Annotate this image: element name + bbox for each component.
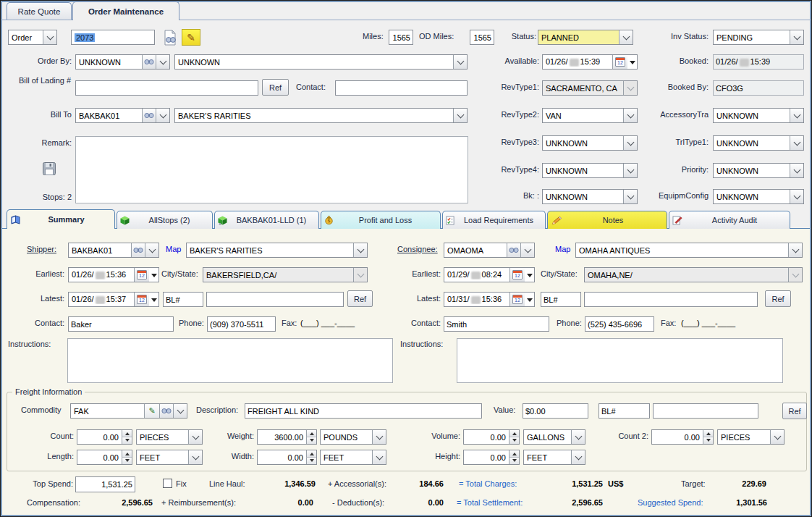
consignee-name-select[interactable]: OMAHA ANTIQUES xyxy=(575,243,803,258)
shipper-instructions-textarea[interactable] xyxy=(67,338,393,383)
chevron-down-icon[interactable] xyxy=(520,243,534,257)
consignee-fax-value[interactable]: (___) ___-____ xyxy=(681,319,735,327)
consignee-latest-picker[interactable]: 01/31/15:36 xyxy=(444,292,535,307)
tab-activity-audit[interactable]: Activity Audit xyxy=(669,211,790,229)
save-remark-icon[interactable] xyxy=(42,161,56,176)
shipper-phone-input[interactable] xyxy=(207,316,276,332)
width-unit-select[interactable]: FEET xyxy=(320,450,386,465)
spinner-icon[interactable] xyxy=(703,430,713,444)
lookup-icon[interactable] xyxy=(131,243,145,257)
bill-to-code-combo[interactable]: BAKBAK01 xyxy=(75,108,170,123)
shipper-fax-value[interactable]: (___) ___-____ xyxy=(300,319,355,327)
accessorytra-select[interactable]: UNKNOWN xyxy=(713,108,804,123)
remark-textarea[interactable] xyxy=(75,136,468,203)
count-unit-select[interactable]: PIECES xyxy=(136,429,203,445)
order-search-icon[interactable] xyxy=(161,29,179,46)
consignee-link[interactable]: Consignee: xyxy=(397,245,438,253)
chevron-down-icon[interactable] xyxy=(156,55,169,69)
spinner-icon[interactable] xyxy=(306,450,316,464)
shipper-link[interactable]: Shipper: xyxy=(27,245,56,253)
chevron-down-icon[interactable] xyxy=(790,136,803,150)
spinner-icon[interactable] xyxy=(306,430,316,444)
chevron-down-icon[interactable] xyxy=(788,243,802,257)
chevron-down-icon[interactable] xyxy=(156,109,169,122)
lookup-icon[interactable] xyxy=(142,55,156,69)
count2-unit-select[interactable]: PIECES xyxy=(717,429,784,445)
shipper-latest-picker[interactable]: 01/26/15:37 xyxy=(68,292,159,307)
shipper-ref-button[interactable]: Ref xyxy=(347,290,373,307)
shipper-name-select[interactable]: BAKER'S RARITIES xyxy=(186,243,368,258)
tab-profit-and-loss[interactable]: $ Profit and Loss xyxy=(321,211,441,229)
bol-ref-button[interactable]: Ref xyxy=(262,79,289,96)
shipper-earliest-picker[interactable]: 01/26/15:36 xyxy=(68,267,159,282)
chevron-down-icon[interactable] xyxy=(790,109,803,122)
chevron-down-icon[interactable] xyxy=(790,164,803,177)
consignee-bl-input[interactable] xyxy=(584,292,758,307)
consignee-code-combo[interactable]: OMAOMA xyxy=(444,243,535,258)
length-unit-select[interactable]: FEET xyxy=(136,450,203,465)
tab-summary[interactable]: Summary xyxy=(7,209,115,229)
fix-checkbox[interactable] xyxy=(163,479,172,488)
consignee-phone-input[interactable] xyxy=(585,316,654,332)
order-type-select[interactable]: Order xyxy=(8,30,57,45)
chevron-down-icon[interactable] xyxy=(790,190,803,203)
freight-ref-button[interactable]: Ref xyxy=(782,403,807,419)
chevron-down-icon[interactable] xyxy=(571,430,585,444)
spinner-icon[interactable] xyxy=(509,450,519,464)
chevron-down-icon[interactable] xyxy=(770,430,784,444)
header-contact-input[interactable] xyxy=(335,80,468,96)
weight-unit-select[interactable]: POUNDS xyxy=(320,429,386,445)
chevron-down-icon[interactable] xyxy=(188,430,202,444)
consignee-ref-button[interactable]: Ref xyxy=(765,290,791,307)
volume-stepper[interactable]: 0.00 xyxy=(463,429,520,445)
datepicker-arrow-icon[interactable] xyxy=(525,295,534,305)
datepicker-icon[interactable] xyxy=(134,268,149,282)
shipper-map-link[interactable]: Map xyxy=(166,245,181,253)
value-input[interactable] xyxy=(523,403,588,419)
tab-bakbak01-lld[interactable]: BAKBAK01-LLD (1) xyxy=(214,211,319,229)
lookup-icon[interactable] xyxy=(142,109,156,122)
order-by-name-select[interactable]: UNKNOWN xyxy=(174,54,468,70)
commodity-combo[interactable]: FAK ✎ xyxy=(70,403,187,419)
spinner-icon[interactable] xyxy=(509,430,519,444)
commodity-edit-icon[interactable]: ✎ xyxy=(144,404,159,418)
priority-select[interactable]: UNKNOWN xyxy=(713,163,804,178)
freight-bl-input[interactable] xyxy=(653,403,758,419)
shipper-bl-input[interactable] xyxy=(206,292,344,307)
lookup-icon[interactable] xyxy=(159,404,173,418)
count-stepper[interactable]: 0.00 xyxy=(77,429,132,445)
inv-status-select[interactable]: PENDING xyxy=(713,30,804,45)
datepicker-icon[interactable] xyxy=(134,293,149,306)
length-stepper[interactable]: 0.00 xyxy=(77,450,132,465)
weight-stepper[interactable]: 3600.00 xyxy=(257,429,317,445)
order-by-code-combo[interactable]: UNKNOWN xyxy=(75,54,170,70)
datepicker-arrow-icon[interactable] xyxy=(149,270,158,280)
count2-stepper[interactable]: 0.00 xyxy=(651,429,714,445)
datepicker-icon[interactable] xyxy=(509,268,525,282)
consignee-earliest-picker[interactable]: 01/29/08:24 xyxy=(444,267,535,282)
tab-load-requirements[interactable]: Load Requirements xyxy=(442,211,546,229)
shipper-contact-input[interactable] xyxy=(68,316,174,332)
chevron-down-icon[interactable] xyxy=(353,243,367,257)
spinner-icon[interactable] xyxy=(122,450,132,464)
description-input[interactable] xyxy=(245,403,482,419)
tab-allstops[interactable]: AllStops (2) xyxy=(117,211,213,229)
bill-of-lading-input[interactable] xyxy=(75,80,258,96)
chevron-down-icon[interactable] xyxy=(188,450,202,464)
top-spend-input[interactable] xyxy=(75,476,135,492)
datepicker-icon[interactable] xyxy=(509,293,525,306)
order-number-input[interactable]: 2073 xyxy=(71,30,155,45)
chevron-down-icon[interactable] xyxy=(790,30,803,44)
datepicker-arrow-icon[interactable] xyxy=(525,270,534,280)
order-edit-icon[interactable]: ✎ xyxy=(182,29,200,46)
chevron-down-icon[interactable] xyxy=(372,430,386,444)
tab-rate-quote[interactable]: Rate Quote xyxy=(7,2,72,20)
tab-order-maintenance[interactable]: Order Maintenance xyxy=(72,1,179,20)
consignee-map-link[interactable]: Map xyxy=(555,245,570,253)
tab-notes[interactable]: Notes xyxy=(547,211,667,229)
consignee-instructions-textarea[interactable] xyxy=(457,338,783,383)
width-stepper[interactable]: 0.00 xyxy=(257,450,317,465)
trltype1-select[interactable]: UNKNOWN xyxy=(713,135,804,151)
volume-unit-select[interactable]: GALLONS xyxy=(523,429,585,445)
height-stepper[interactable]: 0.00 xyxy=(463,450,520,465)
